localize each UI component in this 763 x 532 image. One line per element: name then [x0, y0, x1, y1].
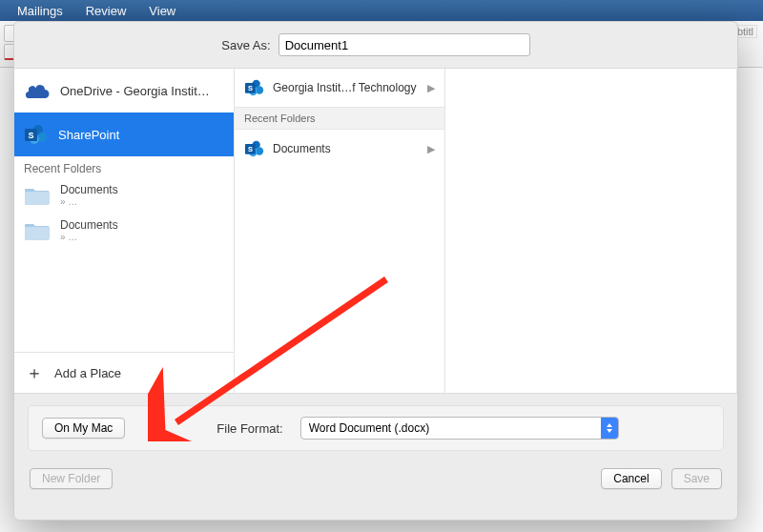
recent-folder-item[interactable]: Documents » … [14, 213, 234, 248]
cloud-icon [24, 82, 51, 99]
sharepoint-icon: S [24, 123, 49, 146]
folder-icon [24, 185, 51, 206]
save-button[interactable]: Save [671, 468, 722, 489]
place-onedrive-label: OneDrive - Georgia Instit… [60, 84, 224, 98]
menu-bar: Mailings Review View [0, 0, 763, 21]
save-dialog: Save As: OneDrive - Georgia Instit… S Sh… [13, 21, 738, 521]
places-sidebar: OneDrive - Georgia Instit… S SharePoint … [14, 69, 235, 393]
file-format-select[interactable] [300, 417, 619, 440]
new-folder-button[interactable]: New Folder [30, 468, 113, 489]
menu-review[interactable]: Review [74, 4, 138, 18]
location-site-label: Georgia Instit…f Technology [273, 81, 420, 94]
folder-icon [24, 220, 51, 241]
cancel-button[interactable]: Cancel [601, 468, 661, 489]
file-format-label: File Format: [217, 421, 282, 436]
svg-text:S: S [248, 84, 253, 92]
recent-folders-header: Recent Folders [14, 156, 234, 177]
add-a-place[interactable]: ＋ Add a Place [14, 352, 234, 393]
recent-folder-path: » … [60, 196, 224, 207]
place-sharepoint-label: SharePoint [58, 128, 224, 142]
sharepoint-icon: S [244, 78, 265, 97]
plus-icon: ＋ [26, 361, 43, 384]
svg-text:S: S [28, 131, 33, 140]
sharepoint-icon: S [244, 139, 265, 158]
chevron-right-icon: ▶ [427, 82, 435, 94]
recent-folder-item[interactable]: Documents » … [14, 177, 234, 213]
place-onedrive[interactable]: OneDrive - Georgia Instit… [14, 69, 234, 113]
recent-folder-name: Documents [60, 183, 224, 196]
recent-folder-path: » … [60, 232, 224, 242]
detail-column [445, 69, 737, 393]
save-as-label: Save As: [221, 38, 270, 52]
add-a-place-label: Add a Place [54, 366, 121, 380]
on-my-mac-button[interactable]: On My Mac [42, 418, 125, 439]
recent-folder-name: Documents [60, 218, 224, 232]
location-site[interactable]: S Georgia Instit…f Technology ▶ [235, 69, 444, 107]
place-sharepoint[interactable]: S SharePoint [14, 113, 234, 156]
format-bar: On My Mac File Format: [28, 405, 724, 451]
chevron-right-icon: ▶ [427, 143, 435, 155]
location-column: S Georgia Instit…f Technology ▶ Recent F… [235, 69, 445, 393]
svg-text:S: S [248, 145, 253, 153]
browse-folder-label: Documents [273, 142, 420, 155]
save-as-input[interactable] [278, 33, 530, 56]
recent-folders-header: Recent Folders [235, 107, 444, 130]
file-format-value[interactable] [300, 417, 619, 440]
browse-folder-item[interactable]: S Documents ▶ [235, 130, 444, 168]
menu-view[interactable]: View [137, 4, 187, 18]
select-arrows-icon [601, 418, 618, 439]
menu-mailings[interactable]: Mailings [6, 4, 74, 18]
